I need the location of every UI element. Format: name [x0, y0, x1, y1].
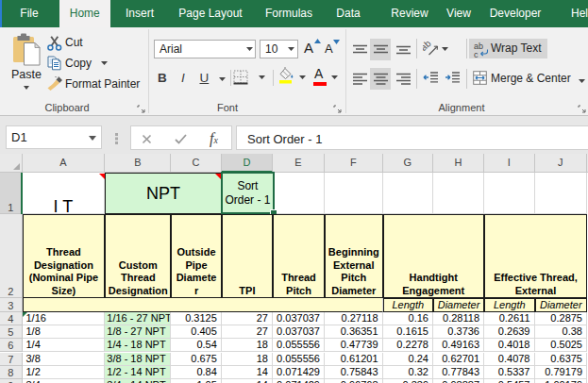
- svg-text:ab: ab: [423, 41, 433, 53]
- svg-text:c: c: [474, 49, 479, 58]
